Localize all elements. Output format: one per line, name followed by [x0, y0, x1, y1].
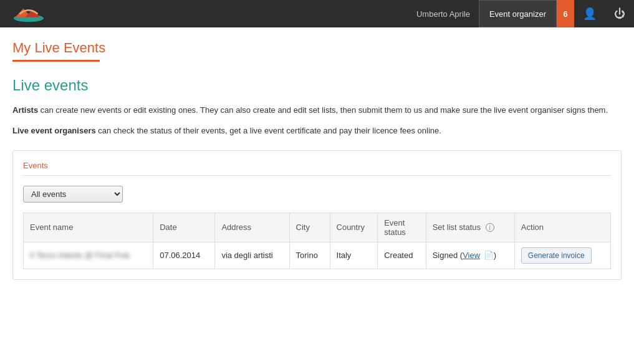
cell-city: Torino: [289, 242, 330, 269]
logo: [10, 4, 47, 23]
table-body: Il Terzo Inlanto @ Final Pub 07.06.2014 …: [24, 242, 611, 269]
view-set-list-link[interactable]: View: [463, 251, 480, 260]
description-organisers: Live event organisers can check the stat…: [12, 125, 622, 138]
user-icon: 👤: [583, 7, 597, 21]
col-event-status: Eventstatus: [378, 213, 426, 242]
filter-row: All events Created Submitted Signed Paid: [23, 186, 611, 203]
set-list-status-value: Signed: [433, 251, 458, 260]
event-filter-select[interactable]: All events Created Submitted Signed Paid: [23, 186, 123, 203]
col-set-list-status: Set list status i: [426, 213, 514, 242]
event-name-value: Il Terzo Inlanto @ Final Pub: [30, 251, 130, 260]
cell-event-status: Created: [378, 242, 426, 269]
col-event-name: Event name: [24, 213, 153, 242]
generate-invoice-button[interactable]: Generate invoice: [521, 247, 592, 264]
tab-container: Events All events Created Submitted Sign…: [12, 150, 622, 280]
section-title: Live events: [12, 77, 622, 94]
table-header: Event name Date Address City Country Eve…: [24, 213, 611, 242]
description-artists: Artists can create new events or edit ex…: [12, 104, 622, 117]
artists-text: can create new events or edit existing o…: [38, 105, 608, 115]
cell-address: via degli artisti: [215, 242, 289, 269]
logo-icon: [10, 4, 47, 23]
organisers-bold: Live event organisers: [12, 126, 96, 135]
user-profile-button[interactable]: 👤: [574, 0, 605, 27]
col-address: Address: [215, 213, 289, 242]
header: Umberto Aprile Event organizer 6 👤 ⏻: [0, 0, 634, 27]
logout-button[interactable]: ⏻: [605, 0, 634, 27]
power-icon: ⏻: [614, 7, 625, 21]
date-value: 07.06.2014: [160, 251, 200, 260]
page-title-underline: [12, 60, 100, 62]
role-button[interactable]: Event organizer: [479, 0, 557, 27]
cell-date: 07.06.2014: [153, 242, 215, 269]
notification-badge[interactable]: 6: [557, 0, 574, 27]
set-list-info-icon[interactable]: i: [486, 223, 494, 232]
cell-country: Italy: [330, 242, 378, 269]
event-status-value: Created: [384, 251, 413, 260]
events-table: Event name Date Address City Country Eve…: [23, 213, 611, 269]
user-name-label: Umberto Aprile: [408, 9, 479, 19]
page-title: My Live Events: [12, 40, 622, 56]
col-country: Country: [330, 213, 378, 242]
address-value: via degli artisti: [221, 251, 272, 260]
artists-bold: Artists: [12, 105, 38, 115]
cell-action: Generate invoice: [514, 242, 610, 269]
document-icon: 📄: [484, 251, 494, 260]
organisers-text: can check the status of their events, ge…: [96, 126, 441, 135]
country-value: Italy: [337, 251, 352, 260]
table-row: Il Terzo Inlanto @ Final Pub 07.06.2014 …: [24, 242, 611, 269]
tab-events[interactable]: Events: [23, 161, 611, 176]
col-action: Action: [514, 213, 610, 242]
cell-event-name: Il Terzo Inlanto @ Final Pub: [24, 242, 153, 269]
page-content: My Live Events Live events Artists can c…: [0, 27, 634, 292]
cell-set-list-status: Signed (View 📄): [426, 242, 514, 269]
city-value: Torino: [296, 251, 318, 260]
col-city: City: [289, 213, 330, 242]
col-date: Date: [153, 213, 215, 242]
